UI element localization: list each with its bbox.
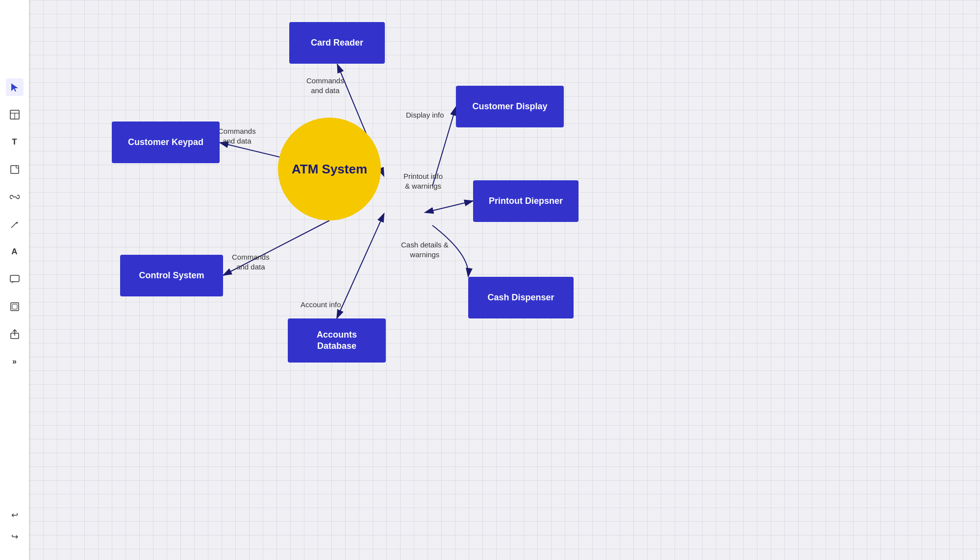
comment-tool[interactable] [6,270,24,288]
control-system-node[interactable]: Control System [120,255,223,296]
customer-keypad-node[interactable]: Customer Keypad [112,122,220,163]
edge-label-customer-keypad: Commands and data [218,126,256,146]
redo-button[interactable]: ↪ [6,528,24,545]
printout-dispenser-node[interactable]: Printout Diepsner [473,180,578,222]
edge-label-cash-details: Cash details & warnings [401,240,449,259]
font-tool[interactable]: A [6,243,24,261]
link-tool[interactable] [6,188,24,206]
diagram-canvas[interactable]: ATM System Card Reader Customer Display … [29,0,980,560]
cursor-tool[interactable] [6,78,24,96]
more-tool[interactable]: » [6,353,24,370]
svg-rect-4 [11,166,19,173]
customer-display-node[interactable]: Customer Display [456,86,564,127]
frame-tool[interactable] [6,298,24,316]
svg-rect-8 [10,275,19,282]
svg-line-16 [432,107,456,186]
svg-line-17 [432,201,473,211]
edge-label-card-reader: Commands and data [306,76,344,95]
svg-line-18 [432,225,468,289]
svg-rect-10 [12,304,17,309]
edge-label-printout-info: Printout info & warnings [403,171,443,191]
svg-rect-9 [11,303,19,311]
svg-marker-0 [11,83,18,92]
svg-line-20 [223,220,329,275]
card-reader-node[interactable]: Card Reader [289,22,385,64]
svg-line-6 [11,222,17,228]
accounts-database-node[interactable]: Accounts Database [288,318,386,363]
edge-label-account-info: Account info [301,300,341,310]
atm-system-node[interactable]: ATM System [278,118,381,220]
note-tool[interactable] [6,161,24,178]
undo-button[interactable]: ↩ [6,506,24,524]
export-tool[interactable] [6,325,24,343]
cash-dispenser-node[interactable]: Cash Dispenser [468,277,574,318]
svg-line-19 [337,220,381,318]
pen-tool[interactable] [6,216,24,233]
text-tool[interactable]: T [6,133,24,151]
edge-label-display-info: Display info [406,110,444,120]
edge-label-control-system: Commands and data [232,252,270,271]
sidebar: T A [0,0,29,560]
table-tool[interactable] [6,106,24,123]
